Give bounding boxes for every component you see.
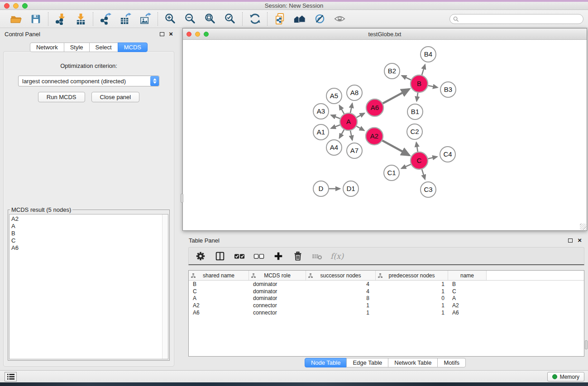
graph-edge-B-B2[interactable] [402, 76, 411, 80]
tab-style[interactable]: Style [64, 43, 90, 52]
save-session-button[interactable] [29, 13, 42, 25]
float-panel-icon[interactable] [160, 32, 164, 36]
add-row-button[interactable] [272, 250, 285, 262]
export-table-button[interactable] [119, 13, 132, 25]
graph-node-A5[interactable]: A5 [326, 88, 342, 104]
graph-node-A8[interactable]: A8 [347, 85, 362, 100]
table-settings-button[interactable] [194, 250, 207, 262]
graph-edge-B-B4[interactable] [422, 65, 425, 75]
export-image-button[interactable] [139, 13, 152, 25]
optimization-criterion-select[interactable]: largest connected component (directed) [18, 76, 159, 86]
mcds-result-item[interactable]: A2 [11, 215, 168, 223]
column-header-predecessor-nodes[interactable]: predecessor nodes [376, 271, 448, 280]
graph-edge-C-C2[interactable] [416, 143, 418, 152]
graph-edge-A-A7[interactable] [350, 131, 352, 140]
refresh-button[interactable] [249, 13, 261, 25]
show-column-button[interactable] [214, 250, 226, 262]
tab-network-table[interactable]: Network Table [388, 358, 438, 367]
search-input[interactable] [461, 16, 583, 22]
graph-node-C2[interactable]: C2 [407, 124, 422, 139]
open-file-button[interactable] [10, 13, 22, 25]
graph-edge-A-A3[interactable] [331, 115, 340, 118]
window-resize-grip[interactable] [580, 224, 586, 230]
float-panel-icon[interactable] [568, 238, 573, 243]
zoom-selected-button[interactable] [224, 13, 236, 25]
graph-edge-A-A1[interactable] [331, 125, 340, 128]
graph-edge-C-C4[interactable] [428, 157, 437, 158]
graph-node-A4[interactable]: A4 [326, 140, 342, 155]
graph-edge-A6-B[interactable] [383, 89, 409, 104]
graph-node-B4[interactable]: B4 [421, 47, 436, 62]
graph-node-D1[interactable]: D1 [343, 181, 359, 196]
column-header-shared-name[interactable]: shared name [189, 271, 249, 280]
graph-edge-B-B1[interactable] [416, 93, 418, 101]
zoom-out-button[interactable] [184, 13, 196, 25]
tab-motifs[interactable]: Motifs [437, 358, 466, 367]
graph-edge-A-A4[interactable] [339, 129, 344, 138]
tab-select[interactable]: Select [89, 43, 118, 52]
graph-node-B2[interactable]: B2 [384, 63, 400, 79]
table-row[interactable]: A6connector11A6 [189, 309, 584, 316]
graph-node-C3[interactable]: C3 [421, 182, 436, 197]
column-header-successor-nodes[interactable]: successor nodes [306, 271, 376, 280]
task-history-button[interactable] [5, 372, 17, 381]
graph-node-A7[interactable]: A7 [347, 143, 362, 158]
graph-node-B[interactable]: B [411, 75, 428, 92]
panel-divider-grip[interactable] [181, 194, 183, 203]
mcds-result-item[interactable]: A6 [11, 244, 168, 252]
table-row[interactable]: Bdominator41B [189, 281, 584, 288]
close-panel-icon[interactable]: × [169, 32, 173, 36]
import-table-button[interactable] [74, 13, 87, 25]
tab-network[interactable]: Network [30, 43, 64, 52]
graph-node-C[interactable]: C [411, 152, 428, 169]
graph-node-B3[interactable]: B3 [440, 82, 456, 97]
network-window-titlebar[interactable]: testGlobe.txt [183, 29, 587, 40]
graph-node-C1[interactable]: C1 [384, 165, 399, 181]
graph-edge-A-A6[interactable] [357, 113, 364, 117]
graph-edge-A2-C[interactable] [382, 141, 409, 155]
graph-node-D[interactable]: D [313, 181, 329, 196]
table-row[interactable]: Cdominator41C [189, 288, 584, 295]
graph-edge-B-B3[interactable] [428, 86, 438, 87]
export-network-button[interactable] [99, 13, 112, 25]
close-panel-button[interactable]: Close panel [91, 92, 140, 102]
tab-mcds[interactable]: MCDS [118, 43, 148, 52]
graph-edge-C-C1[interactable] [402, 164, 411, 168]
tab-node-table[interactable]: Node Table [305, 358, 347, 367]
graph-edge-A-A5[interactable] [339, 105, 344, 114]
mcds-result-item[interactable]: B [11, 230, 168, 237]
destroy-network-button[interactable] [293, 13, 306, 25]
graph-node-A3[interactable]: A3 [313, 104, 329, 119]
memory-button[interactable]: Memory [547, 372, 584, 381]
graph-node-A1[interactable]: A1 [313, 124, 329, 140]
table-row[interactable]: Adominator80A [189, 295, 584, 302]
mcds-result-list[interactable]: A2ABCA6 [9, 214, 168, 359]
run-mcds-button[interactable]: Run MCDS [38, 92, 85, 102]
graph-edge-C-C3[interactable] [422, 169, 425, 179]
graph-node-A[interactable]: A [340, 113, 357, 130]
bird-eye-view-button[interactable] [333, 13, 346, 25]
delete-row-button[interactable] [292, 250, 304, 262]
fit-content-button[interactable] [204, 13, 216, 25]
column-header-name[interactable]: name [448, 271, 487, 280]
import-network-button[interactable] [54, 13, 67, 25]
mcds-result-item[interactable]: A [11, 223, 168, 230]
new-network-from-selection-button[interactable] [273, 13, 286, 25]
graph-edge-A-A8[interactable] [350, 104, 352, 113]
graph-node-A6[interactable]: A6 [366, 99, 383, 116]
tab-edge-table[interactable]: Edge Table [346, 358, 388, 367]
graph-node-B1[interactable]: B1 [407, 104, 423, 119]
select-all-button[interactable] [233, 250, 246, 262]
graph-node-A2[interactable]: A2 [366, 128, 383, 145]
mcds-result-item[interactable]: C [11, 237, 168, 244]
column-header-mcds-role[interactable]: MCDS role [249, 271, 306, 280]
mcds-list-scrollbar[interactable] [162, 214, 168, 359]
network-canvas[interactable]: B4B2BB3A8A5A6A3B1AA1C2A2A4A7C4CC1C3DD1 [183, 40, 587, 230]
deselect-all-button[interactable] [253, 250, 265, 262]
show-graphics-details-button[interactable] [313, 13, 326, 25]
zoom-in-button[interactable] [164, 13, 177, 25]
graph-node-C4[interactable]: C4 [440, 147, 455, 162]
graph-edge-A-A2[interactable] [356, 126, 364, 130]
close-panel-icon[interactable]: × [578, 238, 582, 243]
table-row[interactable]: A2connector11A2 [189, 302, 584, 309]
